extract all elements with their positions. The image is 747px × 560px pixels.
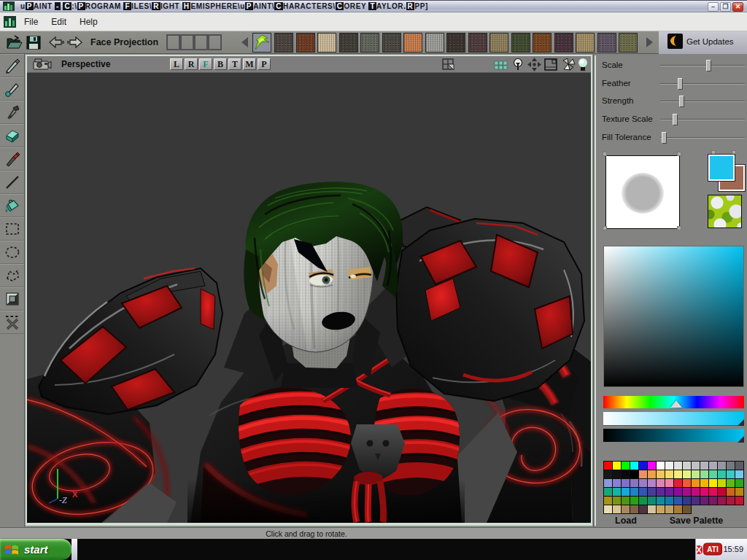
get-updates-button[interactable]: Get Updates — [667, 34, 734, 49]
menu-file[interactable]: File — [18, 15, 44, 29]
palette-cell[interactable] — [665, 462, 674, 470]
palette-cell[interactable] — [613, 497, 622, 505]
palette-cell[interactable] — [639, 505, 648, 514]
slider-track[interactable] — [660, 65, 745, 66]
texture-scroll-right-arrow[interactable] — [646, 37, 653, 47]
view-button-r[interactable]: R — [185, 58, 198, 70]
palette-cell[interactable] — [604, 479, 613, 488]
texture-swatch-16[interactable] — [597, 33, 616, 52]
slider-track[interactable] — [660, 101, 745, 102]
palette-cell[interactable] — [674, 497, 683, 505]
palette-cell[interactable] — [674, 479, 683, 488]
foreground-color-swatch[interactable] — [708, 155, 735, 181]
palette-cell[interactable] — [613, 479, 622, 488]
restore-button[interactable]: ❐ — [720, 2, 731, 12]
palette-cell[interactable] — [622, 470, 630, 479]
tool-line[interactable] — [0, 171, 24, 194]
palette-cell[interactable] — [613, 462, 622, 470]
texture-swatch-12[interactable] — [511, 33, 530, 52]
palette-cell[interactable] — [735, 479, 744, 488]
view-button-t[interactable]: T — [228, 58, 241, 70]
texture-swatch-8[interactable] — [425, 33, 444, 52]
close-button[interactable]: ✕ — [732, 2, 743, 12]
palette-cell[interactable] — [604, 462, 613, 470]
palette-cell[interactable] — [613, 505, 622, 514]
palette-cell[interactable] — [692, 479, 700, 488]
view-button-f[interactable]: F — [199, 58, 212, 70]
minimize-button[interactable]: – — [708, 2, 719, 12]
bulb-icon[interactable] — [578, 58, 588, 71]
palette-cell[interactable] — [735, 470, 744, 479]
palette-cell[interactable] — [683, 497, 692, 505]
palette-cell[interactable] — [674, 470, 683, 479]
saturation-value-picker[interactable] — [603, 246, 744, 387]
value-bar[interactable] — [603, 429, 744, 442]
texture-swatch-2[interactable] — [296, 33, 315, 52]
palette-cell[interactable] — [622, 488, 630, 497]
palette-cell[interactable] — [604, 505, 613, 514]
palette-cell[interactable] — [683, 488, 692, 497]
palette-cell[interactable] — [648, 479, 657, 488]
undo-icon[interactable] — [47, 34, 66, 51]
projection-slot-4[interactable] — [208, 34, 222, 50]
ati-tray-icon[interactable]: ATI — [703, 542, 722, 556]
palette-cell[interactable] — [735, 488, 744, 497]
texture-swatch-9[interactable] — [446, 33, 465, 52]
palette-cell[interactable] — [692, 470, 700, 479]
pan-icon[interactable] — [527, 58, 541, 71]
save-icon[interactable] — [26, 34, 42, 51]
view-button-b[interactable]: B — [214, 58, 227, 70]
palette-cell[interactable] — [648, 470, 657, 479]
palette-cell[interactable] — [657, 488, 665, 497]
palette-cell[interactable] — [630, 479, 639, 488]
palette-cell[interactable] — [630, 488, 639, 497]
palette-cell[interactable] — [665, 497, 674, 505]
palette-cell[interactable] — [735, 462, 744, 470]
palette-cell[interactable] — [709, 462, 718, 470]
tool-clone-pen[interactable] — [0, 77, 24, 101]
projection-slot-3[interactable] — [194, 34, 208, 50]
palette-cell[interactable] — [639, 488, 648, 497]
palette-cell[interactable] — [700, 470, 709, 479]
texture-swatch-7[interactable] — [403, 33, 422, 52]
slider-thumb[interactable] — [673, 114, 678, 125]
palette-cell[interactable] — [613, 488, 622, 497]
texture-swatch-13[interactable] — [533, 33, 551, 52]
open-file-icon[interactable] — [6, 34, 23, 51]
palette-cell[interactable] — [648, 497, 657, 505]
palette-cell[interactable] — [692, 488, 700, 497]
palette-cell[interactable] — [718, 497, 727, 505]
save-palette-button[interactable]: Save Palette — [649, 516, 744, 528]
slider-thumb[interactable] — [679, 96, 684, 107]
palette-cell[interactable] — [683, 470, 692, 479]
texture-swatch-4[interactable] — [339, 33, 358, 52]
grid-cubes-icon[interactable] — [494, 58, 509, 71]
palette-cell[interactable] — [718, 488, 727, 497]
palette-cell[interactable] — [709, 470, 718, 479]
palette-cell[interactable] — [639, 470, 648, 479]
palette-cell[interactable] — [613, 470, 622, 479]
palette-cell[interactable] — [718, 462, 727, 470]
texture-scroll-left-arrow[interactable] — [241, 37, 248, 47]
palette-cell[interactable] — [700, 488, 709, 497]
palette-cell[interactable] — [639, 479, 648, 488]
palette-cell[interactable] — [727, 462, 735, 470]
start-button[interactable]: start — [0, 539, 71, 560]
palette-cell[interactable] — [648, 488, 657, 497]
resize-handle[interactable] — [603, 152, 607, 156]
texture-swatch-6[interactable] — [382, 33, 401, 52]
palette-cell[interactable] — [630, 505, 639, 514]
tray-overflow-icon[interactable] — [697, 544, 703, 555]
texture-swatch-5[interactable] — [360, 33, 379, 52]
palette-cell[interactable] — [718, 479, 727, 488]
palette-cell[interactable] — [709, 497, 718, 505]
projection-slot-1[interactable] — [166, 34, 180, 50]
tool-deselect[interactable] — [0, 311, 24, 334]
palette-cell[interactable] — [648, 462, 657, 470]
palette-cell[interactable] — [622, 505, 630, 514]
slider-thumb[interactable] — [662, 132, 667, 144]
palette-cell[interactable] — [665, 470, 674, 479]
slider-track[interactable] — [660, 83, 745, 85]
palette-cell[interactable] — [639, 462, 648, 470]
palette-cell[interactable] — [692, 462, 700, 470]
